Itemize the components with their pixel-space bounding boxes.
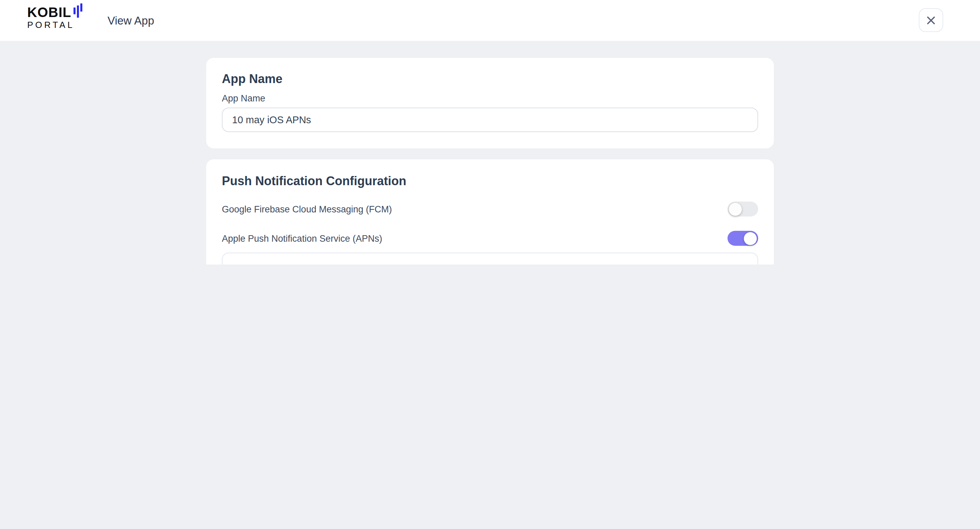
header: KOBIL PORTAL View App bbox=[0, 0, 980, 41]
kobil-portal-logo: KOBIL PORTAL bbox=[27, 7, 83, 30]
kobil-signal-bars-icon bbox=[73, 3, 83, 18]
app-name-input[interactable] bbox=[222, 108, 758, 132]
apns-row: Apple Push Notification Service (APNs) bbox=[222, 230, 758, 247]
logo-text-kobil: KOBIL bbox=[27, 7, 71, 18]
page-title: View App bbox=[108, 0, 154, 41]
app-name-label: App Name bbox=[222, 93, 758, 104]
fcm-row: Google Firebase Cloud Messaging (FCM) bbox=[222, 201, 758, 217]
fcm-toggle[interactable] bbox=[727, 202, 758, 217]
logo-text-portal: PORTAL bbox=[27, 21, 83, 30]
app-name-heading: App Name bbox=[222, 72, 758, 86]
apns-label: Apple Push Notification Service (APNs) bbox=[222, 233, 382, 244]
app-name-card: App Name App Name bbox=[206, 58, 774, 148]
apns-config-panel: iOS APNs Certificate apns_certificate.ce… bbox=[222, 253, 758, 264]
view-app-modal: KOBIL PORTAL View App App Name App Name … bbox=[0, 0, 980, 264]
toggle-knob bbox=[744, 232, 757, 245]
content-area: App Name App Name Push Notification Conf… bbox=[0, 41, 980, 264]
fcm-label: Google Firebase Cloud Messaging (FCM) bbox=[222, 204, 392, 214]
push-config-heading: Push Notification Configuration bbox=[222, 174, 758, 189]
apns-toggle[interactable] bbox=[727, 231, 758, 246]
toggle-knob bbox=[729, 202, 741, 215]
close-icon bbox=[926, 14, 937, 25]
push-config-card: Push Notification Configuration Google F… bbox=[206, 159, 774, 264]
close-button[interactable] bbox=[919, 8, 943, 32]
